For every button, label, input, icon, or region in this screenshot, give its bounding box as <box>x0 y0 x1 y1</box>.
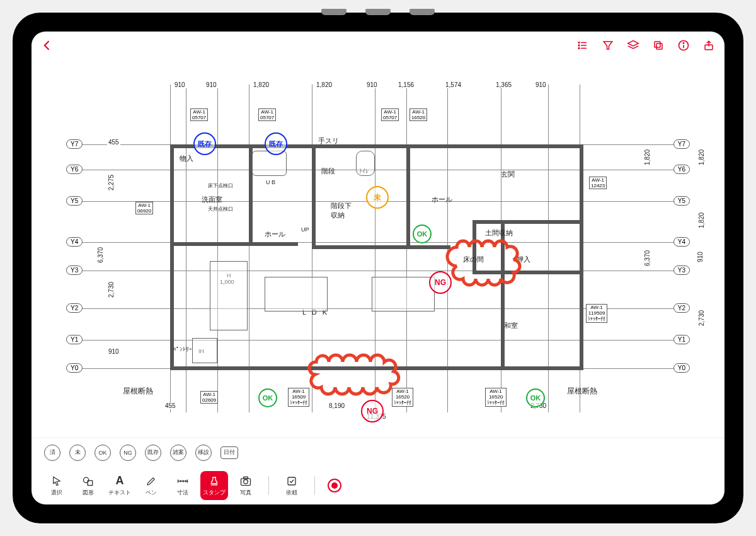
room-senmen: 洗面室 <box>202 195 222 204</box>
room-kaidan-shita: 階段下 収納 <box>331 201 352 220</box>
tool-select[interactable]: 選択 <box>43 471 71 500</box>
dim-rightO-2: 910 <box>697 250 704 264</box>
room-up: UP <box>301 226 309 233</box>
palette-ok[interactable]: OK <box>94 445 111 461</box>
tool-label: スタンプ <box>203 489 226 497</box>
wintag-10: AW-116520ｼｬｯﾀｰ付 <box>485 388 507 407</box>
wintag-3: AW-116520 <box>410 108 427 121</box>
toolbar-separator <box>314 476 315 495</box>
axis-y2-right: Y2 <box>673 303 690 313</box>
stamp-ok-2[interactable]: OK <box>258 388 277 407</box>
tool-label: テキスト <box>108 489 131 497</box>
label-tenjou2: 天井点検口 <box>208 206 233 213</box>
axis-y3-left: Y3 <box>66 265 83 275</box>
back-button[interactable] <box>40 38 54 52</box>
dim-rightO-0: 1,820 <box>698 148 705 166</box>
layers-icon[interactable] <box>626 38 640 52</box>
wintag-5: AW-112423 <box>589 177 607 189</box>
app-screen: Y7 Y6 Y5 Y4 Y3 Y2 Y1 Y0 Y7 Y6 Y5 Y4 Y3 Y… <box>32 32 724 504</box>
dim-left-0: 455 <box>107 139 120 146</box>
share-icon[interactable] <box>702 38 716 52</box>
tool-stamp[interactable]: スタンプ <box>200 471 228 500</box>
tool-request[interactable]: 依頼 <box>278 471 306 500</box>
shape-icon <box>82 475 94 487</box>
tool-text[interactable]: A テキスト <box>106 471 134 500</box>
dim-left-3: 2,730 <box>108 281 115 299</box>
dim-bot-1: 8,190 <box>328 402 346 409</box>
stamp-existing-1[interactable]: 既存 <box>193 132 216 155</box>
tool-label: 依頼 <box>286 489 297 497</box>
tool-pen[interactable]: ペン <box>137 471 165 500</box>
filter-icon[interactable] <box>601 38 615 52</box>
svg-point-4 <box>578 48 580 49</box>
tool-photo[interactable]: 写真 <box>232 471 260 500</box>
svg-rect-25 <box>244 477 248 479</box>
dim-top-7: 1,365 <box>495 81 513 88</box>
cloud-annotation-2[interactable] <box>309 349 403 393</box>
axis-y7-right: Y7 <box>673 139 690 149</box>
dim-rightI-0: 1,820 <box>644 148 651 166</box>
wintag-2: AW-105707 <box>381 108 399 121</box>
axis-y7-left: Y7 <box>66 139 83 149</box>
axis-y6-right: Y6 <box>673 165 690 174</box>
axis-y5-right: Y5 <box>673 196 690 206</box>
svg-rect-26 <box>288 477 295 485</box>
dim-rightO-3: 2,730 <box>698 309 705 327</box>
room-doma: 土間収納 <box>485 228 513 238</box>
svg-point-2 <box>578 45 580 46</box>
camera-icon <box>239 475 252 487</box>
palette-sumi[interactable]: 済 <box>44 445 60 461</box>
tool-dimension[interactable]: 寸法 <box>169 471 197 500</box>
bottom-toolbar: 選択 図形 A テキスト ペン 寸法 スタンプ <box>32 467 724 504</box>
wintag-7: AW-102609 <box>200 391 218 404</box>
list-icon[interactable] <box>576 38 590 52</box>
room-hall-left: ホール <box>265 230 285 239</box>
axis-y3-right: Y3 <box>673 265 690 275</box>
record-button[interactable] <box>328 479 341 492</box>
stamp-pending-1[interactable]: 未 <box>366 186 389 209</box>
stamp-existing-2[interactable]: 既存 <box>265 132 287 155</box>
blueprint: Y7 Y6 Y5 Y4 Y3 Y2 Y1 Y0 Y7 Y6 Y5 Y4 Y3 Y… <box>32 59 724 438</box>
wintag-1: AW-105707 <box>258 108 276 121</box>
room-ub: U B <box>266 179 275 185</box>
tool-label: 写真 <box>240 489 251 497</box>
stamp-ok-1[interactable]: OK <box>413 224 432 243</box>
palette-zatsuan[interactable]: 雑案 <box>170 445 186 461</box>
svg-point-24 <box>244 479 248 484</box>
wintag-4: AW-106920 <box>135 202 153 214</box>
topbar <box>32 32 724 59</box>
drawing-canvas[interactable]: Y7 Y6 Y5 Y4 Y3 Y2 Y1 Y0 Y7 Y6 Y5 Y4 Y3 Y… <box>32 59 724 438</box>
stamp-palette: 済 未 OK NG 既存 雑案 移設 日付 <box>32 438 724 467</box>
dim-top-8: 910 <box>534 81 547 88</box>
room-monoire: 物入 <box>180 154 193 163</box>
copy-icon[interactable] <box>651 38 665 52</box>
label-tenjou1: 床下点検口 <box>208 182 233 189</box>
dim-bot-0: 455 <box>164 402 177 409</box>
text-icon: A <box>113 475 126 487</box>
palette-date[interactable]: 日付 <box>220 446 238 459</box>
label-yane-right: 屋根断熱 <box>567 386 597 397</box>
svg-rect-9 <box>655 42 660 47</box>
wintag-9: AW-116520ｼｬｯﾀｰ付 <box>392 388 413 407</box>
dim-top-0: 910 <box>173 81 186 88</box>
dim-top-1: 910 <box>205 81 218 88</box>
dim-rightI-1: 6,370 <box>644 249 651 267</box>
svg-rect-8 <box>656 44 662 49</box>
info-icon[interactable] <box>677 38 690 52</box>
axis-y4-left: Y4 <box>66 237 83 247</box>
palette-mi[interactable]: 未 <box>69 445 86 461</box>
tool-shape[interactable]: 図形 <box>74 471 102 500</box>
room-kaidan: 階段 <box>321 166 335 176</box>
axis-y1-right: Y1 <box>673 335 690 344</box>
checkbox-icon <box>285 475 298 487</box>
axis-y4-right: Y4 <box>673 237 690 247</box>
stamp-ng-2[interactable]: NG <box>361 400 384 422</box>
cursor-icon <box>50 475 63 487</box>
stamp-ok-3[interactable]: OK <box>526 388 545 407</box>
stamp-ng-1[interactable]: NG <box>429 271 452 294</box>
palette-kizon[interactable]: 既存 <box>145 445 161 461</box>
palette-ng[interactable]: NG <box>120 445 136 461</box>
palette-isetsu[interactable]: 移設 <box>195 445 212 461</box>
tool-label: 寸法 <box>177 489 188 497</box>
room-washitsu: 和室 <box>504 321 518 330</box>
